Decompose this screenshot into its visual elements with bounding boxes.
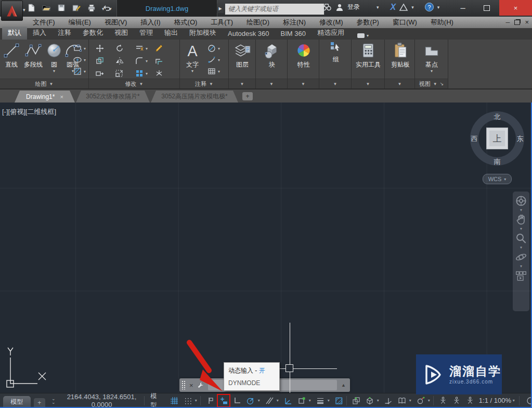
mirror-icon[interactable]	[112, 56, 132, 66]
doc-restore-icon[interactable]	[514, 20, 520, 25]
trim-icon[interactable]: ▾	[132, 44, 151, 53]
rectangle-tool-icon[interactable]: ▾	[73, 44, 86, 53]
ribbon-tab-8[interactable]: Autodesk 360	[222, 28, 275, 40]
scale-icon[interactable]	[112, 69, 132, 78]
qat-customize-caret[interactable]: ▾	[109, 6, 112, 11]
polar-tracking-caret[interactable]: ▾	[256, 398, 262, 403]
panel-annotate-label[interactable]: 注释▼	[180, 79, 228, 88]
appmenu-caret[interactable]: ▾	[23, 7, 25, 12]
doc-close-icon[interactable]: ×	[525, 18, 529, 26]
menu-item-5[interactable]: 工具(T)	[204, 18, 240, 27]
ribbon-tab-4[interactable]: 视图	[109, 27, 134, 40]
stretch-icon[interactable]	[92, 69, 112, 78]
menu-item-3[interactable]: 插入(I)	[134, 18, 167, 27]
grid-display-icon[interactable]	[168, 395, 180, 406]
panel-utilities-label[interactable]: ▼	[352, 79, 384, 88]
text-button[interactable]: A 文字 ▾	[183, 42, 202, 73]
ribbon-tab-2[interactable]: 注释	[52, 27, 77, 40]
search-binoculars-icon[interactable]	[321, 3, 332, 12]
ribbon-tab-5[interactable]: 管理	[134, 27, 159, 40]
object-snap-tracking-icon[interactable]	[282, 395, 294, 406]
isometric-drafting-icon[interactable]	[264, 395, 275, 406]
menu-item-6[interactable]: 绘图(D)	[240, 18, 276, 27]
zoom-caret[interactable]: ▾	[520, 246, 522, 249]
menu-item-11[interactable]: 帮助(H)	[424, 18, 460, 27]
transparency-icon[interactable]	[333, 395, 345, 406]
model-space-toggle[interactable]: 模型	[150, 392, 162, 408]
pan-hand-caret[interactable]: ▾	[520, 227, 522, 231]
ribbon-tab-6[interactable]: 输出	[159, 27, 184, 40]
panel-properties-label[interactable]: ▼	[288, 79, 319, 88]
save-icon[interactable]	[56, 2, 67, 14]
snap-mode-icon[interactable]	[182, 395, 193, 406]
ribbon-tab-3[interactable]: 参数化	[77, 27, 109, 40]
annotation-visibility-icon[interactable]	[396, 395, 408, 406]
viewcube-south-label[interactable]: 南	[491, 157, 503, 167]
polar-tracking-icon[interactable]	[245, 395, 256, 406]
menu-item-1[interactable]: 编辑(E)	[62, 18, 98, 27]
explode-icon[interactable]	[151, 69, 171, 78]
application-menu-button[interactable]	[1, 1, 23, 21]
menu-item-7[interactable]: 标注(N)	[276, 18, 313, 27]
help-caret[interactable]: ▾	[437, 5, 440, 10]
navigation-wheel-icon[interactable]	[515, 195, 527, 207]
copy-icon[interactable]	[92, 56, 112, 66]
viewport-scale-button[interactable]: 1:1 / 100%	[479, 397, 511, 404]
viewcube-face-top[interactable]: 上	[486, 128, 508, 149]
menu-item-9[interactable]: 参数(P)	[350, 18, 386, 27]
annotation-person-icon[interactable]	[437, 395, 449, 406]
search-expand-button[interactable]: ▶	[217, 4, 224, 13]
document-tab-0[interactable]: Drawing1*×	[15, 91, 75, 103]
panel-layers-label[interactable]: ▼	[229, 79, 255, 88]
undo-dropdown-caret[interactable]: ▾	[102, 6, 105, 11]
orbit-icon[interactable]	[515, 251, 527, 263]
menu-item-8[interactable]: 修改(M)	[313, 18, 350, 27]
zoom-icon[interactable]	[515, 232, 527, 245]
command-history-caret[interactable]: ▲	[341, 382, 346, 388]
block-button[interactable]: 块	[263, 42, 281, 69]
move-icon[interactable]	[92, 44, 112, 53]
open-file-icon[interactable]	[41, 2, 51, 14]
signin-label[interactable]: 登录	[347, 3, 360, 11]
panel-draw-label[interactable]: 绘图▼	[0, 79, 88, 88]
pan-hand-icon[interactable]	[515, 213, 527, 226]
viewport-controls-label[interactable]: [-][俯视][二维线框]	[2, 107, 56, 117]
table-tool-icon[interactable]: ▾	[207, 67, 220, 76]
exchange-apps-icon[interactable]: X	[391, 3, 396, 12]
ribbon-display-toggle[interactable]: ▾	[357, 33, 369, 40]
rotate-icon[interactable]	[112, 44, 132, 53]
infer-constraints-icon[interactable]	[204, 395, 216, 406]
panel-view-label[interactable]: 视图▼ ↘	[415, 79, 448, 88]
properties-button[interactable]: 特性	[294, 42, 313, 69]
coordinates-readout[interactable]: 2164.4043, 1824.6501, 0.0000	[61, 393, 143, 408]
lineweight-caret[interactable]: ▾	[326, 398, 331, 403]
ribbon-tab-7[interactable]: 附加模块	[184, 27, 222, 40]
ribbon-tab-0[interactable]: 默认	[2, 27, 27, 40]
new-file-icon[interactable]	[26, 2, 36, 14]
plot-icon[interactable]	[86, 2, 97, 14]
leader-tool-icon[interactable]: ▾	[207, 55, 220, 65]
polyline-button[interactable]: 多段线	[21, 42, 46, 69]
ribbon-tab-9[interactable]: BIM 360	[275, 28, 312, 40]
layers-button[interactable]: 图层	[233, 42, 252, 69]
tab-close-icon[interactable]: ×	[60, 94, 63, 100]
isolate-objects-icon[interactable]	[521, 395, 532, 406]
lineweight-icon[interactable]	[315, 395, 326, 406]
menu-item-0[interactable]: 文件(F)	[26, 18, 62, 27]
3d-object-snap-caret[interactable]: ▾	[375, 398, 381, 403]
showmotion-icon[interactable]	[515, 270, 527, 282]
group-button[interactable]: 组	[329, 41, 343, 64]
isometric-drafting-caret[interactable]: ▾	[275, 398, 280, 403]
minimize-button[interactable]: ─	[451, 0, 474, 16]
save-as-icon[interactable]	[71, 2, 82, 14]
orbit-caret[interactable]: ▾	[520, 265, 522, 268]
search-input[interactable]: 键入关键字或短语	[225, 3, 325, 15]
hatch-tool-icon[interactable]: ▾	[73, 67, 86, 76]
document-tab-1[interactable]: 3052次级修改隔片*	[76, 91, 150, 103]
panel-group-label[interactable]: ▼	[319, 79, 351, 88]
signin-caret[interactable]: ▾	[377, 5, 379, 10]
circle-button[interactable]: 圆 ▾	[46, 42, 62, 73]
panel-clipboard-label[interactable]: ▼	[385, 79, 414, 88]
new-drawing-tab-button[interactable]: +	[242, 92, 253, 100]
clipboard-button[interactable]: 剪贴板	[389, 42, 412, 69]
